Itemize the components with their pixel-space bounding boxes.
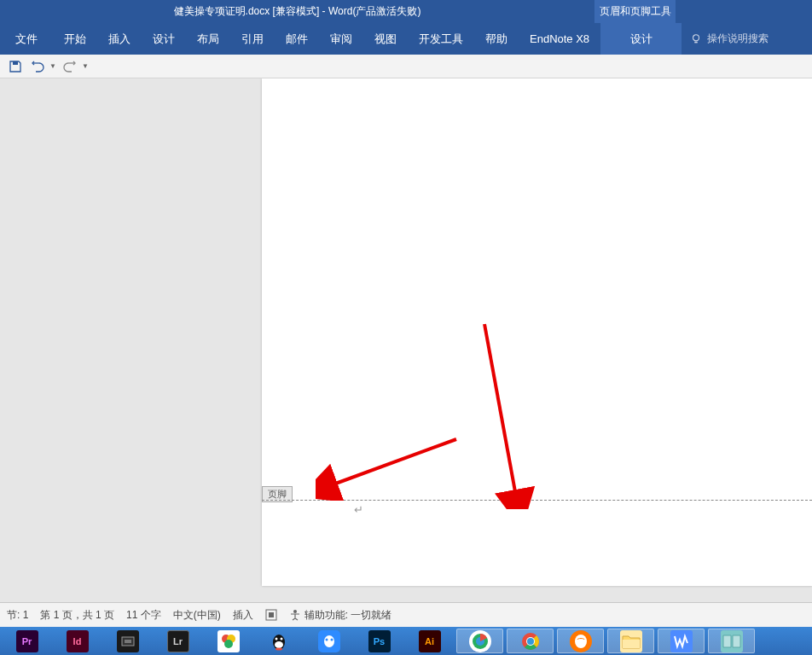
svg-point-6 xyxy=(293,610,297,613)
svg-rect-1 xyxy=(13,61,18,65)
wps-icon xyxy=(670,630,693,652)
tab-developer[interactable]: 开发工具 xyxy=(408,23,474,55)
taskbar-premiere[interactable]: Pr xyxy=(3,629,50,653)
tell-me-search[interactable]: 操作说明搜索 xyxy=(690,32,768,46)
svg-point-13 xyxy=(275,641,283,648)
taskbar-indesign[interactable]: Id xyxy=(54,629,101,653)
accessibility-icon xyxy=(289,609,301,621)
ribbon-tabs: 文件 开始 插入 设计 布局 引用 邮件 审阅 视图 开发工具 帮助 EndNo… xyxy=(0,23,812,55)
status-section[interactable]: 节: 1 xyxy=(7,608,28,623)
photoshop-icon: Ps xyxy=(368,630,391,652)
tab-view[interactable]: 视图 xyxy=(363,23,408,55)
svg-point-17 xyxy=(324,635,334,647)
lightroom-icon: Lr xyxy=(167,630,189,652)
tab-design[interactable]: 设计 xyxy=(142,23,186,55)
footer-boundary-line xyxy=(262,500,812,501)
taskbar-file-explorer[interactable] xyxy=(607,629,654,653)
statusbar: 节: 1 第 1 页，共 1 页 11 个字 中文(中国) 插入 辅助功能: 一… xyxy=(0,602,812,627)
taskbar-app-colorballs[interactable] xyxy=(205,629,252,653)
svg-point-15 xyxy=(280,637,282,640)
tell-me-label: 操作说明搜索 xyxy=(707,32,768,46)
svg-point-26 xyxy=(527,638,534,645)
redo-button[interactable] xyxy=(61,58,78,75)
premiere-icon: Pr xyxy=(16,630,38,652)
qat-customize-dropdown-icon[interactable]: ▼ xyxy=(82,62,89,70)
status-accessibility[interactable]: 辅助功能: 一切就绪 xyxy=(289,608,392,623)
titlebar: 健美操专项证明.docx [兼容模式] - Word(产品激活失败) 页眉和页脚… xyxy=(0,0,812,23)
encoder-icon xyxy=(117,630,139,652)
redo-icon xyxy=(63,60,77,73)
taskbar-photoshop[interactable]: Ps xyxy=(356,629,403,653)
macro-icon xyxy=(265,609,277,621)
baidu-icon xyxy=(318,630,340,652)
tab-layout[interactable]: 布局 xyxy=(186,23,230,55)
undo-button[interactable] xyxy=(29,58,46,75)
document-workspace[interactable]: 页脚 ↵ xyxy=(0,78,812,602)
save-button[interactable] xyxy=(7,58,24,75)
folder-icon xyxy=(620,630,642,652)
taskbar-reader[interactable] xyxy=(708,629,755,653)
status-macro-icon[interactable] xyxy=(265,609,277,621)
lightbulb-icon xyxy=(690,33,702,45)
document-page[interactable]: 页脚 ↵ xyxy=(262,78,812,586)
tab-header-footer-design[interactable]: 设计 xyxy=(600,23,682,55)
svg-point-11 xyxy=(224,640,233,648)
status-accessibility-label: 辅助功能: 一切就绪 xyxy=(304,608,392,623)
context-tab-header-footer: 页眉和页脚工具 xyxy=(594,0,676,23)
svg-rect-5 xyxy=(269,612,274,617)
svg-point-19 xyxy=(330,638,333,641)
tab-insert[interactable]: 插入 xyxy=(97,23,142,55)
status-page[interactable]: 第 1 页，共 1 页 xyxy=(40,608,114,623)
svg-point-18 xyxy=(325,638,328,641)
svg-point-14 xyxy=(275,637,277,640)
tab-home[interactable]: 开始 xyxy=(53,23,97,55)
tab-references[interactable]: 引用 xyxy=(230,23,275,55)
taskbar-chrome[interactable] xyxy=(507,629,554,653)
taskbar-360browser[interactable] xyxy=(456,629,503,653)
svg-point-16 xyxy=(276,647,282,650)
window-title: 健美操专项证明.docx [兼容模式] - Word(产品激活失败) xyxy=(0,4,594,19)
reader-icon xyxy=(721,630,743,652)
chrome-icon xyxy=(519,630,542,652)
qq-icon xyxy=(268,630,290,652)
paragraph-mark-icon: ↵ xyxy=(354,503,363,516)
status-word-count[interactable]: 11 个字 xyxy=(126,608,161,623)
colorballs-icon xyxy=(218,630,240,652)
tab-mailings[interactable]: 邮件 xyxy=(275,23,319,55)
quick-access-toolbar: ▼ ▼ xyxy=(0,55,812,78)
taskbar-media-encoder[interactable] xyxy=(104,629,151,653)
taskbar-qq[interactable] xyxy=(255,629,302,653)
tab-help[interactable]: 帮助 xyxy=(474,23,519,55)
illustrator-icon: Ai xyxy=(419,630,441,652)
taskbar-wps[interactable] xyxy=(658,629,705,653)
tab-review[interactable]: 审阅 xyxy=(319,23,363,55)
taskbar-illustrator[interactable]: Ai xyxy=(406,629,453,653)
undo-icon xyxy=(31,60,44,73)
svg-rect-28 xyxy=(623,640,640,648)
tab-endnote[interactable]: EndNote X8 xyxy=(519,23,600,55)
indesign-icon: Id xyxy=(67,630,89,652)
save-icon xyxy=(9,60,22,73)
taskbar-baidu[interactable] xyxy=(305,629,352,653)
taskbar-lightroom[interactable]: Lr xyxy=(154,629,201,653)
browser360-icon xyxy=(469,630,491,652)
tab-file[interactable]: 文件 xyxy=(0,23,53,55)
uc-icon xyxy=(570,630,592,652)
status-language[interactable]: 中文(中国) xyxy=(173,608,221,623)
taskbar-uc[interactable] xyxy=(557,629,604,653)
svg-point-27 xyxy=(575,635,587,648)
svg-point-0 xyxy=(693,34,699,40)
status-mode[interactable]: 插入 xyxy=(233,608,253,623)
svg-rect-8 xyxy=(125,640,131,643)
taskbar: Pr Id Lr Ps Ai xyxy=(0,627,812,655)
undo-dropdown-icon[interactable]: ▼ xyxy=(49,62,56,70)
